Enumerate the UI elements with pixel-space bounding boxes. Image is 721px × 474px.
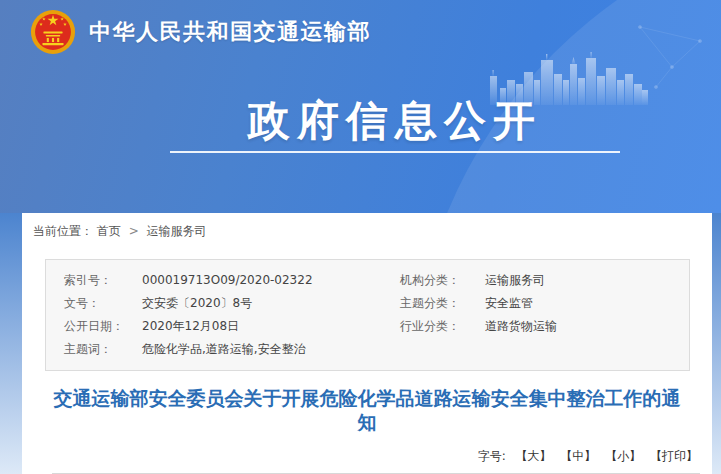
meta-label-doc-no: 文号： <box>64 292 142 315</box>
site-name: 中华人民共和国交通运输部 <box>89 17 371 47</box>
meta-table-row: 公开日期： 2020年12月08日 行业分类： 道路货物运输 <box>64 315 689 338</box>
site-header: 中华人民共和国交通运输部 政府信息公开 <box>0 0 721 213</box>
meta-table: 索引号： 000019713O09/2020-02322 机构分类： 运输服务司… <box>45 259 690 371</box>
page-title: 政府信息公开 <box>170 93 620 149</box>
meta-label-index-no: 索引号： <box>64 269 142 292</box>
meta-value-topic-category: 安全监管 <box>485 292 689 315</box>
document-title: 交通运输部安全委员会关于开展危险化学品道路运输安全集中整治工作的通知 <box>50 386 684 434</box>
national-emblem-icon <box>30 9 76 55</box>
meta-value-empty <box>485 338 689 361</box>
meta-value-publish-date: 2020年12月08日 <box>142 315 400 338</box>
meta-label-topic-category: 主题分类： <box>400 292 485 315</box>
content-panel: 当前位置： 首页 > 运输服务司 索引号： 000019713O09/2020-… <box>22 213 712 474</box>
font-medium-button[interactable]: 【中】 <box>560 449 596 463</box>
font-size-toolbar: 字号: 【大】 【中】 【小】 【打印】 <box>22 448 698 465</box>
meta-table-row: 文号： 交安委〔2020〕8号 主题分类： 安全监管 <box>64 292 689 315</box>
meta-value-industry-category: 道路货物运输 <box>485 315 689 338</box>
title-underline <box>170 151 620 153</box>
meta-label-industry-category: 行业分类： <box>400 315 485 338</box>
meta-value-index-no: 000019713O09/2020-02322 <box>142 269 400 292</box>
page: 中华人民共和国交通运输部 政府信息公开 当前位置： 首页 > 运输服务司 索引号… <box>0 0 721 474</box>
breadcrumb-current-link[interactable]: 运输服务司 <box>147 224 207 238</box>
meta-label-publish-date: 公开日期： <box>64 315 142 338</box>
breadcrumb: 当前位置： 首页 > 运输服务司 <box>22 213 712 240</box>
print-button[interactable]: 【打印】 <box>650 449 698 463</box>
breadcrumb-label: 当前位置： <box>33 224 93 238</box>
site-logo-link[interactable]: 中华人民共和国交通运输部 <box>30 9 371 55</box>
meta-value-org-category: 运输服务司 <box>485 269 689 292</box>
meta-value-keywords: 危险化学品,道路运输,安全整治 <box>142 338 400 361</box>
meta-value-doc-no: 交安委〔2020〕8号 <box>142 292 400 315</box>
font-small-button[interactable]: 【小】 <box>605 449 641 463</box>
meta-table-row: 主题词： 危险化学品,道路运输,安全整治 <box>64 338 689 361</box>
meta-label-org-category: 机构分类： <box>400 269 485 292</box>
font-large-button[interactable]: 【大】 <box>516 449 552 463</box>
meta-table-row: 索引号： 000019713O09/2020-02322 机构分类： 运输服务司 <box>64 269 689 292</box>
font-size-label: 字号: <box>478 449 506 463</box>
meta-label-keywords: 主题词： <box>64 338 142 361</box>
meta-label-empty <box>400 338 485 361</box>
breadcrumb-separator: > <box>129 224 139 238</box>
breadcrumb-home-link[interactable]: 首页 <box>97 224 121 238</box>
